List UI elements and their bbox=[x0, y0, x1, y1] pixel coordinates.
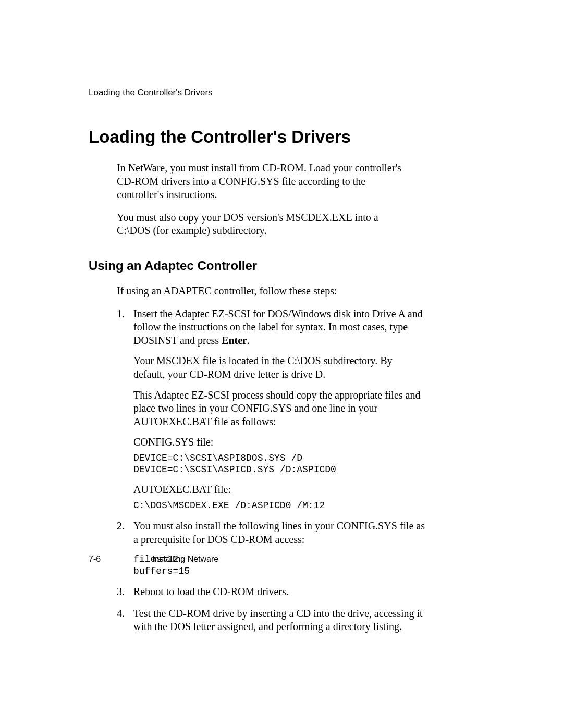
step-2-p1: You must also install the following line… bbox=[133, 520, 425, 546]
step-1: Insert the Adaptec EZ-SCSI for DOS/Windo… bbox=[117, 307, 425, 511]
step-1-p1-text-a: Insert the Adaptec EZ-SCSI for DOS/Windo… bbox=[133, 308, 423, 346]
step-3: Reboot to load the CD-ROM drivers. bbox=[117, 585, 425, 599]
step-4-text: Test the CD-ROM drive by inserting a CD … bbox=[133, 607, 425, 634]
step-3-text: Reboot to load the CD-ROM drivers. bbox=[133, 585, 425, 599]
autoexec-code: C:\DOS\MSCDEX.EXE /D:ASPICD0 /M:12 bbox=[133, 500, 425, 512]
footer-section: Installing Netware bbox=[152, 554, 218, 563]
config-sys-code: DEVICE=C:\SCSI\ASPI8DOS.SYS /D DEVICE=C:… bbox=[133, 452, 425, 476]
lead-paragraph: If using an ADAPTEC controller, follow t… bbox=[117, 285, 409, 298]
page-footer: 7-6 Installing Netware bbox=[89, 554, 218, 564]
intro-block: In NetWare, you must install from CD-ROM… bbox=[117, 162, 409, 238]
page-title: Loading the Controller's Drivers bbox=[89, 127, 474, 147]
page: Loading the Controller's Drivers Loading… bbox=[0, 0, 563, 728]
autoexec-label: AUTOEXEC.BAT file: bbox=[133, 483, 425, 497]
footer-page-number: 7-6 bbox=[89, 554, 101, 563]
step-4: Test the CD-ROM drive by inserting a CD … bbox=[117, 607, 425, 634]
running-head: Loading the Controller's Drivers bbox=[89, 88, 474, 98]
section-subtitle: Using an Adaptec Controller bbox=[89, 258, 474, 273]
intro-paragraph-2: You must also copy your DOS version's MS… bbox=[117, 211, 409, 238]
step-1-p1-bold: Enter bbox=[222, 335, 247, 346]
intro-paragraph-1: In NetWare, you must install from CD-ROM… bbox=[117, 162, 409, 202]
step-1-p1: Insert the Adaptec EZ-SCSI for DOS/Windo… bbox=[133, 307, 425, 348]
lead-block: If using an ADAPTEC controller, follow t… bbox=[117, 285, 409, 298]
step-1-p1-text-b: . bbox=[247, 335, 250, 346]
steps-list: Insert the Adaptec EZ-SCSI for DOS/Windo… bbox=[117, 307, 474, 634]
step-1-p3: This Adaptec EZ-SCSI process should copy… bbox=[133, 389, 425, 429]
step-1-p2: Your MSCDEX file is located in the C:\DO… bbox=[133, 354, 425, 381]
step-2: You must also install the following line… bbox=[117, 520, 425, 577]
config-sys-label: CONFIG.SYS file: bbox=[133, 436, 425, 449]
